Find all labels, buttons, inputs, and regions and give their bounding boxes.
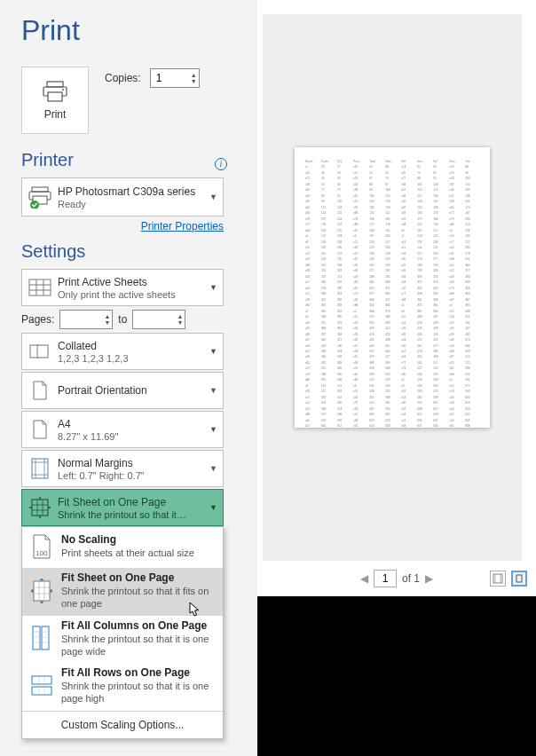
page-total-label: of 1 (402, 572, 420, 585)
prev-page-button[interactable]: ◀ (360, 572, 368, 585)
print-preview-panel: NameCodeQtyPriceTotalDateRefItemValSumTa… (257, 0, 536, 756)
scaling-option-fit-columns[interactable]: Fit All Columns on One Page Shrink the p… (22, 616, 223, 664)
copies-value: 1 (156, 72, 162, 84)
fit-rows-icon (22, 670, 61, 702)
svg-rect-2 (48, 92, 62, 101)
scaling-title: Fit Sheet on One Page (58, 496, 223, 508)
printer-icon (42, 80, 68, 103)
print-what-sub: Only print the active sheets (58, 289, 223, 300)
chevron-down-icon: ▼ (209, 425, 217, 434)
no-scaling-icon: 100 (22, 531, 61, 563)
scaling-dropdown-menu: 100 No Scaling Print sheets at their act… (21, 526, 224, 739)
settings-heading: Settings (21, 241, 257, 262)
svg-rect-37 (32, 687, 51, 695)
zoom-to-page-button[interactable] (511, 571, 527, 587)
margins-sub: Left: 0.7" Right: 0.7" (58, 470, 223, 481)
svg-rect-8 (29, 280, 51, 295)
printer-dropdown[interactable]: HP Photosmart C309a series Ready ▼ (21, 177, 224, 217)
svg-rect-20 (32, 500, 48, 516)
pages-from-spinner[interactable]: ▲▼ (59, 310, 113, 329)
chevron-down-icon: ▼ (209, 347, 217, 356)
spinner-arrows-icon[interactable]: ▲▼ (104, 311, 110, 328)
orientation-title: Portrait Orientation (58, 384, 223, 397)
show-margins-button[interactable] (490, 571, 506, 587)
menu-item-sub: Print sheets at their actual size (61, 547, 216, 559)
collation-title: Collated (58, 340, 223, 352)
spinner-arrows-icon[interactable]: ▲▼ (191, 69, 197, 87)
collated-icon (22, 334, 58, 369)
print-what-title: Print Active Sheets (58, 276, 223, 288)
menu-item-title: No Scaling (61, 533, 216, 546)
info-icon[interactable]: i (215, 158, 227, 170)
chevron-down-icon: ▼ (209, 503, 217, 512)
scaling-option-fit-sheet[interactable]: Fit Sheet on One Page Shrink the printou… (22, 568, 223, 616)
scaling-sub: Shrink the printout so that it… (58, 509, 223, 520)
printer-ready-icon (22, 178, 58, 216)
scaling-option-fit-rows[interactable]: Fit All Rows on One Page Shrink the prin… (22, 663, 223, 711)
margins-dropdown[interactable]: Normal Margins Left: 0.7" Right: 0.7" ▼ (21, 450, 224, 487)
printer-heading: Printer (21, 150, 74, 170)
print-button[interactable]: Print (21, 67, 89, 134)
svg-point-3 (62, 89, 64, 91)
printer-status: Ready (58, 199, 223, 209)
fit-sheet-icon (22, 575, 61, 607)
printer-name: HP Photosmart C309a series (58, 185, 223, 198)
svg-rect-15 (32, 459, 48, 478)
svg-rect-0 (47, 82, 63, 87)
page-title: Print (21, 14, 257, 47)
chevron-down-icon: ▼ (209, 386, 217, 395)
chevron-down-icon: ▼ (209, 464, 217, 473)
margins-title: Normal Margins (58, 457, 223, 469)
pages-to-label: to (118, 313, 127, 326)
chevron-down-icon: ▼ (209, 283, 217, 292)
fit-sheet-icon (22, 490, 58, 525)
paper-size-dropdown[interactable]: A4 8.27" x 11.69" ▼ (21, 411, 224, 448)
paper-title: A4 (58, 418, 223, 430)
pages-label: Pages: (21, 313, 54, 326)
copies-row: Copies: 1 ▲▼ (105, 68, 200, 88)
custom-scaling-options[interactable]: Custom Scaling Options... (22, 711, 223, 738)
printer-properties-link[interactable]: Printer Properties (141, 220, 224, 232)
spinner-arrows-icon[interactable]: ▲▼ (177, 311, 183, 328)
preview-area: NameCodeQtyPriceTotalDateRefItemValSumTa… (263, 14, 522, 561)
copies-spinner[interactable]: 1 ▲▼ (150, 68, 200, 88)
fit-columns-icon (22, 622, 61, 654)
svg-rect-31 (33, 626, 40, 650)
svg-rect-40 (493, 574, 502, 583)
margins-icon (22, 451, 58, 486)
orientation-dropdown[interactable]: Portrait Orientation ▼ (21, 372, 224, 409)
menu-item-title: Fit Sheet on One Page (61, 571, 216, 584)
portrait-icon (22, 373, 58, 408)
print-left-panel: Print Print Copies: 1 ▲▼ Printer i (0, 0, 257, 756)
menu-item-sub: Shrink the printout so that it is one pa… (61, 633, 216, 658)
chevron-down-icon: ▼ (209, 193, 217, 201)
menu-item-title: Fit All Columns on One Page (61, 619, 216, 632)
preview-controls: ◀ of 1 ▶ (257, 561, 536, 596)
svg-rect-4 (32, 187, 48, 192)
page-icon (22, 412, 58, 447)
svg-text:100: 100 (35, 549, 48, 557)
print-what-dropdown[interactable]: Print Active Sheets Only print the activ… (21, 269, 224, 306)
collation-dropdown[interactable]: Collated 1,2,3 1,2,3 1,2,3 ▼ (21, 333, 224, 370)
next-page-button[interactable]: ▶ (425, 572, 433, 585)
print-button-label: Print (44, 108, 67, 121)
preview-page: NameCodeQtyPriceTotalDateRefItemValSumTa… (295, 147, 490, 428)
copies-label: Copies: (105, 72, 141, 84)
svg-rect-32 (42, 626, 49, 650)
svg-rect-14 (37, 345, 48, 358)
pages-to-spinner[interactable]: ▲▼ (132, 310, 185, 329)
menu-item-sub: Shrink the printout so that it is one pa… (61, 680, 216, 705)
svg-rect-43 (516, 575, 522, 582)
overflow-black-area (257, 596, 536, 756)
svg-rect-36 (32, 676, 51, 684)
sheets-grid-icon (22, 270, 58, 305)
scaling-option-no-scaling[interactable]: 100 No Scaling Print sheets at their act… (22, 527, 223, 568)
paper-sub: 8.27" x 11.69" (58, 431, 223, 442)
svg-rect-26 (34, 581, 50, 601)
menu-item-title: Fit All Rows on One Page (61, 666, 216, 679)
scaling-dropdown[interactable]: Fit Sheet on One Page Shrink the printou… (21, 489, 224, 526)
page-number-input[interactable] (374, 570, 397, 587)
collation-sub: 1,2,3 1,2,3 1,2,3 (58, 353, 223, 364)
